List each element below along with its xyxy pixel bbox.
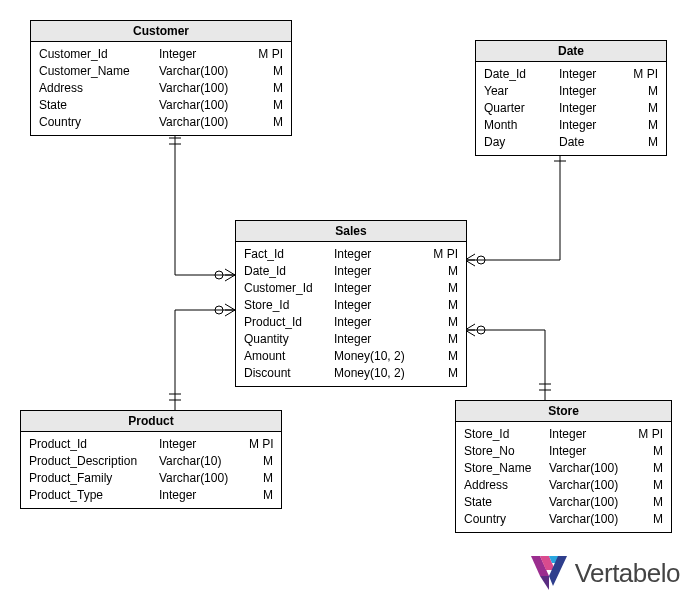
column-row: Customer_IdIntegerM — [236, 280, 466, 297]
column-row: Store_NoIntegerM — [456, 443, 671, 460]
column-name: Quarter — [484, 101, 559, 116]
entity-store[interactable]: StoreStore_IdIntegerM PIStore_NoIntegerM… — [455, 400, 672, 533]
column-flags: M — [424, 315, 458, 330]
column-row: DayDateM — [476, 134, 666, 151]
column-row: Store_IdIntegerM — [236, 297, 466, 314]
entity-sales[interactable]: SalesFact_IdIntegerM PIDate_IdIntegerMCu… — [235, 220, 467, 387]
column-flags: M PI — [249, 437, 274, 452]
svg-marker-15 — [540, 576, 549, 590]
column-flags: M — [619, 101, 658, 116]
column-type: Integer — [334, 298, 424, 313]
column-name: Product_Type — [29, 488, 159, 503]
column-flags: M — [424, 264, 458, 279]
column-flags: M PI — [634, 427, 663, 442]
column-row: Fact_IdIntegerM PI — [236, 246, 466, 263]
column-flags: M PI — [424, 247, 458, 262]
entity-product[interactable]: ProductProduct_IdIntegerM PIProduct_Desc… — [20, 410, 282, 509]
entity-title: Store — [456, 401, 671, 422]
column-flags: M — [619, 118, 658, 133]
column-name: Fact_Id — [244, 247, 334, 262]
column-name: Discount — [244, 366, 334, 381]
entity-customer[interactable]: CustomerCustomer_IdIntegerM PICustomer_N… — [30, 20, 292, 136]
entity-date[interactable]: DateDate_IdIntegerM PIYearIntegerMQuarte… — [475, 40, 667, 156]
column-name: Date_Id — [484, 67, 559, 82]
column-type: Varchar(100) — [159, 81, 249, 96]
column-type: Integer — [159, 47, 249, 62]
column-flags: M — [249, 454, 273, 469]
column-row: DiscountMoney(10, 2)M — [236, 365, 466, 382]
column-type: Integer — [559, 84, 619, 99]
column-type: Varchar(100) — [159, 64, 249, 79]
column-row: CountryVarchar(100)M — [31, 114, 291, 131]
column-name: Customer_Id — [244, 281, 334, 296]
column-row: AddressVarchar(100)M — [456, 477, 671, 494]
column-name: Address — [39, 81, 159, 96]
column-type: Integer — [334, 281, 424, 296]
column-flags: M — [424, 298, 458, 313]
column-row: QuarterIntegerM — [476, 100, 666, 117]
column-type: Integer — [334, 264, 424, 279]
column-row: QuantityIntegerM — [236, 331, 466, 348]
column-name: Store_Id — [464, 427, 549, 442]
entity-title: Date — [476, 41, 666, 62]
column-type: Varchar(100) — [549, 495, 634, 510]
column-type: Date — [559, 135, 619, 150]
column-flags: M — [424, 349, 458, 364]
column-type: Integer — [559, 101, 619, 116]
column-type: Money(10, 2) — [334, 349, 424, 364]
column-name: Date_Id — [244, 264, 334, 279]
column-flags: M — [424, 366, 458, 381]
svg-point-11 — [477, 326, 485, 334]
column-type: Varchar(10) — [159, 454, 249, 469]
column-type: Varchar(100) — [549, 461, 634, 476]
column-name: Amount — [244, 349, 334, 364]
column-row: Store_IdIntegerM PI — [456, 426, 671, 443]
column-type: Integer — [559, 67, 619, 82]
entity-title: Product — [21, 411, 281, 432]
column-row: Product_IdIntegerM PI — [21, 436, 281, 453]
column-flags: M PI — [249, 47, 283, 62]
svg-point-8 — [215, 306, 223, 314]
column-type: Integer — [549, 427, 634, 442]
entity-columns: Store_IdIntegerM PIStore_NoIntegerMStore… — [456, 422, 671, 532]
column-type: Varchar(100) — [159, 98, 249, 113]
column-row: Customer_NameVarchar(100)M — [31, 63, 291, 80]
column-flags: M — [249, 81, 283, 96]
column-flags: M — [249, 471, 273, 486]
column-name: Year — [484, 84, 559, 99]
column-name: Address — [464, 478, 549, 493]
column-flags: M — [424, 281, 458, 296]
column-name: Product_Description — [29, 454, 159, 469]
column-flags: M — [249, 64, 283, 79]
svg-point-2 — [215, 271, 223, 279]
column-type: Integer — [334, 315, 424, 330]
column-type: Varchar(100) — [549, 478, 634, 493]
column-row: Date_IdIntegerM PI — [476, 66, 666, 83]
entity-title: Sales — [236, 221, 466, 242]
column-type: Varchar(100) — [159, 115, 249, 130]
column-flags: M — [619, 135, 658, 150]
entity-columns: Customer_IdIntegerM PICustomer_NameVarch… — [31, 42, 291, 135]
column-name: Customer_Id — [39, 47, 159, 62]
column-type: Integer — [559, 118, 619, 133]
column-flags: M — [634, 478, 663, 493]
column-name: Quantity — [244, 332, 334, 347]
column-flags: M — [634, 461, 663, 476]
column-type: Money(10, 2) — [334, 366, 424, 381]
column-name: Store_Name — [464, 461, 549, 476]
entity-columns: Product_IdIntegerM PIProduct_Description… — [21, 432, 281, 508]
brand-name: Vertabelo — [575, 558, 680, 589]
column-name: Store_Id — [244, 298, 334, 313]
column-row: StateVarchar(100)M — [31, 97, 291, 114]
er-diagram-canvas: CustomerCustomer_IdIntegerM PICustomer_N… — [0, 0, 690, 600]
column-name: Product_Id — [244, 315, 334, 330]
svg-point-5 — [477, 256, 485, 264]
entity-title: Customer — [31, 21, 291, 42]
column-name: State — [39, 98, 159, 113]
entity-columns: Fact_IdIntegerM PIDate_IdIntegerMCustome… — [236, 242, 466, 386]
column-flags: M — [424, 332, 458, 347]
column-flags: M — [249, 488, 273, 503]
column-name: Product_Id — [29, 437, 159, 452]
brand-logo: Vertabelo — [531, 556, 680, 590]
column-type: Integer — [334, 332, 424, 347]
